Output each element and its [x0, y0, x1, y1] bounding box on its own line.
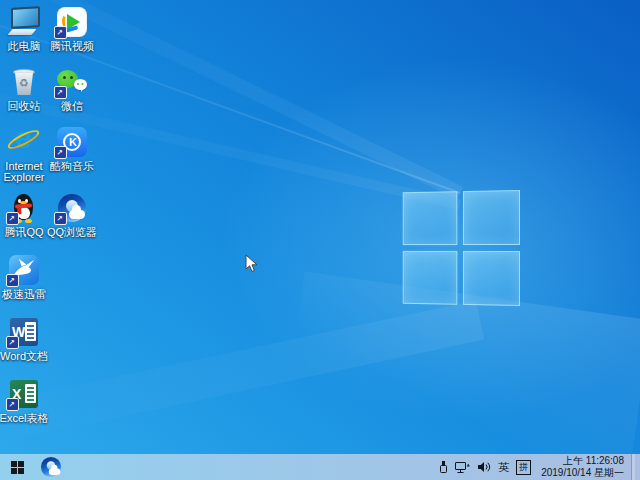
windows-start-icon: [11, 461, 24, 474]
desktop-icon-excel[interactable]: Excel表格: [0, 378, 48, 424]
shortcut-arrow-icon: [6, 398, 19, 411]
start-button[interactable]: [2, 454, 32, 480]
wallpaper-light-ray: [0, 300, 484, 447]
desktop: 此电脑 腾讯视频 回收站 微信 Internet Explorer 酷狗音乐: [0, 0, 640, 480]
volume-icon[interactable]: [477, 461, 491, 473]
windows-logo-pane: [403, 251, 458, 305]
icon-label: QQ浏览器: [45, 227, 99, 238]
desktop-icon-qq-browser[interactable]: QQ浏览器: [48, 192, 96, 238]
desktop-icon-tencent-video[interactable]: 腾讯视频: [48, 6, 96, 52]
icon-label: 极速迅雷: [0, 289, 51, 300]
shortcut-arrow-icon: [6, 336, 19, 349]
desktop-icon-thunder[interactable]: 极速迅雷: [0, 254, 48, 300]
icon-label: 腾讯QQ: [0, 227, 51, 238]
shortcut-arrow-icon: [54, 212, 67, 225]
network-icon[interactable]: [455, 461, 470, 474]
ime-indicator[interactable]: 拼: [516, 460, 531, 475]
recycle-bin-icon: [8, 66, 40, 98]
tencent-qq-icon: [8, 192, 40, 224]
this-pc-icon: [8, 6, 40, 38]
shortcut-arrow-icon: [54, 86, 67, 99]
system-tray: 英 拼 上午 11:26:08 2019/10/14 星期一: [439, 454, 640, 480]
windows-logo-wallpaper: [403, 190, 520, 306]
clock-time: 上午 11:26:08: [541, 455, 624, 467]
icon-label: 此电脑: [0, 41, 51, 52]
language-indicator[interactable]: 英: [498, 460, 509, 475]
desktop-icon-recycle-bin[interactable]: 回收站: [0, 66, 48, 112]
thunder-icon: [8, 254, 40, 286]
windows-logo-pane: [463, 190, 520, 245]
word-icon: [8, 316, 40, 348]
windows-logo-pane: [463, 251, 520, 306]
qq-browser-icon: [41, 457, 61, 477]
desktop-icon-word[interactable]: Word文档: [0, 316, 48, 362]
desktop-icon-internet-explorer[interactable]: Internet Explorer: [0, 126, 48, 183]
shortcut-arrow-icon: [54, 146, 67, 159]
icon-label: 酷狗音乐: [45, 161, 99, 172]
tencent-video-icon: [56, 6, 88, 38]
shortcut-arrow-icon: [6, 212, 19, 225]
desktop-icon-this-pc[interactable]: 此电脑: [0, 6, 48, 52]
mouse-cursor: [245, 254, 259, 274]
desktop-icon-tencent-qq[interactable]: 腾讯QQ: [0, 192, 48, 238]
icon-label: 微信: [45, 101, 99, 112]
excel-icon: [8, 378, 40, 410]
internet-explorer-icon: [8, 126, 40, 158]
clock[interactable]: 上午 11:26:08 2019/10/14 星期一: [538, 455, 624, 479]
kugou-music-icon: [56, 126, 88, 158]
icon-label: 腾讯视频: [45, 41, 99, 52]
shortcut-arrow-icon: [6, 274, 19, 287]
show-desktop-button[interactable]: [631, 454, 635, 480]
icon-label: 回收站: [0, 101, 51, 112]
shortcut-arrow-icon: [54, 26, 67, 39]
clock-date: 2019/10/14 星期一: [541, 467, 624, 479]
icon-label: Excel表格: [0, 413, 51, 424]
windows-logo-pane: [403, 191, 458, 245]
icon-label: Internet Explorer: [0, 161, 51, 183]
wechat-icon: [56, 66, 88, 98]
qq-browser-icon: [56, 192, 88, 224]
desktop-icon-wechat[interactable]: 微信: [48, 66, 96, 112]
taskbar-qq-browser-button[interactable]: [36, 454, 66, 480]
usb-device-icon[interactable]: [439, 460, 448, 474]
desktop-icon-kugou-music[interactable]: 酷狗音乐: [48, 126, 96, 172]
taskbar: 英 拼 上午 11:26:08 2019/10/14 星期一: [0, 454, 640, 480]
icon-label: Word文档: [0, 351, 51, 362]
